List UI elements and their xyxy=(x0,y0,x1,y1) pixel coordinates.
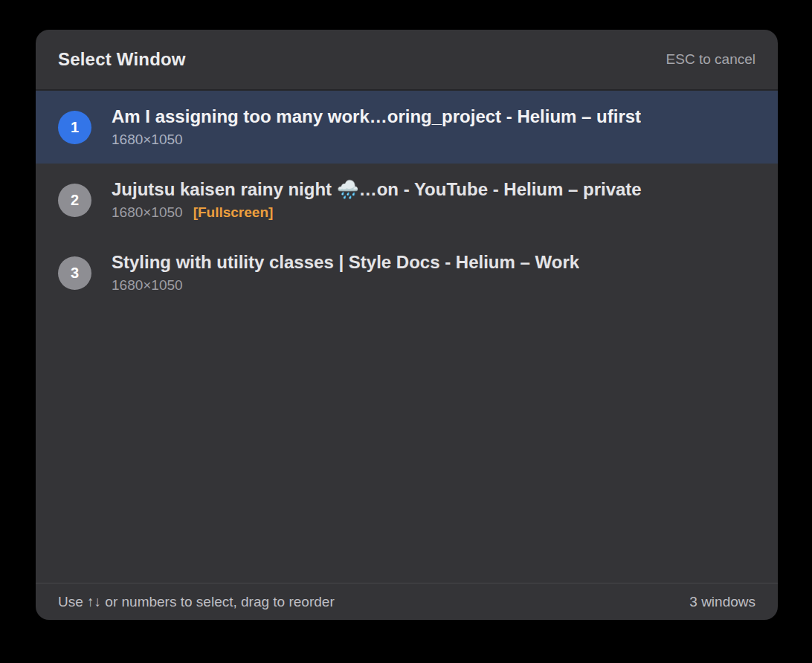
window-size: 1680×1050 xyxy=(112,132,183,148)
window-title: Jujutsu kaisen rainy night 🌧️…on - YouTu… xyxy=(112,179,642,200)
window-row-text: Am I assigning too many work…oring_proje… xyxy=(112,106,641,148)
window-meta: 1680×1050 xyxy=(112,132,641,148)
window-title: Am I assigning too many work…oring_proje… xyxy=(112,106,641,127)
window-meta: 1680×1050 xyxy=(112,277,579,294)
window-row-text: Styling with utility classes | Style Doc… xyxy=(112,252,579,294)
window-row-text: Jujutsu kaisen rainy night 🌧️…on - YouTu… xyxy=(112,179,642,221)
fullscreen-badge: [Fullscreen] xyxy=(193,204,274,221)
window-size: 1680×1050 xyxy=(112,204,183,221)
window-size: 1680×1050 xyxy=(112,277,183,294)
window-row-1[interactable]: 1 Am I assigning too many work…oring_pro… xyxy=(36,91,778,164)
dialog-header: Select Window ESC to cancel xyxy=(36,30,778,91)
window-meta: 1680×1050 [Fullscreen] xyxy=(112,204,642,221)
select-window-dialog: Select Window ESC to cancel 1 Am I assig… xyxy=(36,30,778,620)
window-title: Styling with utility classes | Style Doc… xyxy=(112,252,579,273)
page-title: Select Window xyxy=(58,49,186,70)
window-number-badge: 1 xyxy=(58,111,91,144)
footer-hint: Use ↑↓ or numbers to select, drag to reo… xyxy=(58,594,335,610)
dialog-footer: Use ↑↓ or numbers to select, drag to reo… xyxy=(36,583,778,620)
backdrop: Select Window ESC to cancel 1 Am I assig… xyxy=(0,0,812,663)
window-list: 1 Am I assigning too many work…oring_pro… xyxy=(36,91,778,583)
esc-cancel-hint: ESC to cancel xyxy=(666,51,755,68)
window-number-badge: 2 xyxy=(58,184,91,217)
window-number-badge: 3 xyxy=(58,256,91,290)
window-row-2[interactable]: 2 Jujutsu kaisen rainy night 🌧️…on - You… xyxy=(36,164,778,236)
window-count: 3 windows xyxy=(689,594,755,610)
window-row-3[interactable]: 3 Styling with utility classes | Style D… xyxy=(36,236,778,309)
